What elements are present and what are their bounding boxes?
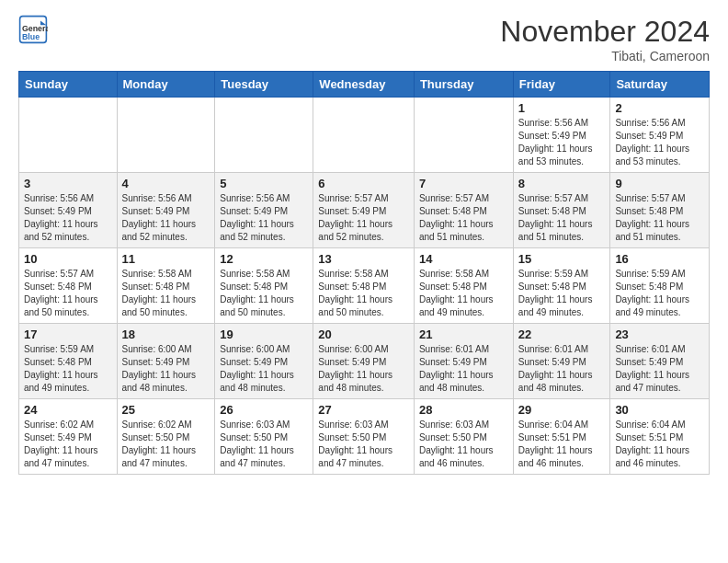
calendar-cell: 8Sunrise: 5:57 AM Sunset: 5:48 PM Daylig… — [513, 173, 610, 248]
day-number: 15 — [518, 252, 606, 266]
calendar-cell: 7Sunrise: 5:57 AM Sunset: 5:48 PM Daylig… — [414, 173, 513, 248]
day-info: Sunrise: 5:58 AM Sunset: 5:48 PM Dayligh… — [122, 268, 210, 319]
day-info: Sunrise: 5:58 AM Sunset: 5:48 PM Dayligh… — [419, 268, 508, 319]
calendar-cell: 16Sunrise: 5:59 AM Sunset: 5:48 PM Dayli… — [610, 248, 710, 324]
day-number: 22 — [518, 327, 606, 341]
day-number: 29 — [518, 403, 606, 417]
day-info: Sunrise: 5:57 AM Sunset: 5:48 PM Dayligh… — [518, 192, 606, 244]
calendar-cell: 1Sunrise: 5:56 AM Sunset: 5:49 PM Daylig… — [513, 98, 610, 173]
calendar-cell: 20Sunrise: 6:00 AM Sunset: 5:49 PM Dayli… — [313, 324, 415, 399]
weekday-header-sunday: Sunday — [19, 72, 118, 98]
calendar-cell: 19Sunrise: 6:00 AM Sunset: 5:49 PM Dayli… — [215, 324, 313, 399]
day-number: 26 — [220, 403, 308, 417]
day-info: Sunrise: 5:59 AM Sunset: 5:48 PM Dayligh… — [24, 343, 112, 395]
day-info: Sunrise: 6:02 AM Sunset: 5:50 PM Dayligh… — [122, 419, 210, 470]
day-info: Sunrise: 6:04 AM Sunset: 5:51 PM Dayligh… — [518, 419, 606, 470]
day-number: 5 — [220, 177, 308, 190]
logo-icon: General Blue — [18, 15, 48, 44]
day-info: Sunrise: 5:56 AM Sunset: 5:49 PM Dayligh… — [122, 192, 210, 244]
day-info: Sunrise: 6:03 AM Sunset: 5:50 PM Dayligh… — [419, 419, 508, 470]
calendar-week-row: 24Sunrise: 6:02 AM Sunset: 5:49 PM Dayli… — [19, 399, 710, 475]
calendar-cell: 12Sunrise: 5:58 AM Sunset: 5:48 PM Dayli… — [215, 248, 313, 324]
day-number: 20 — [318, 327, 409, 341]
calendar-cell — [19, 98, 118, 173]
day-info: Sunrise: 6:02 AM Sunset: 5:49 PM Dayligh… — [24, 419, 112, 470]
weekday-header-monday: Monday — [117, 72, 215, 98]
calendar-cell: 30Sunrise: 6:04 AM Sunset: 5:51 PM Dayli… — [610, 399, 710, 475]
day-info: Sunrise: 6:03 AM Sunset: 5:50 PM Dayligh… — [220, 419, 308, 470]
day-info: Sunrise: 5:59 AM Sunset: 5:48 PM Dayligh… — [518, 268, 606, 319]
day-info: Sunrise: 5:57 AM Sunset: 5:49 PM Dayligh… — [318, 192, 409, 244]
day-info: Sunrise: 5:57 AM Sunset: 5:48 PM Dayligh… — [419, 192, 508, 244]
day-info: Sunrise: 5:56 AM Sunset: 5:49 PM Dayligh… — [24, 192, 112, 244]
day-number: 16 — [615, 252, 704, 266]
calendar-cell — [414, 98, 513, 173]
day-number: 6 — [318, 177, 409, 190]
calendar-cell: 18Sunrise: 6:00 AM Sunset: 5:49 PM Dayli… — [117, 324, 215, 399]
day-number: 21 — [419, 327, 508, 341]
day-number: 12 — [220, 252, 308, 266]
day-number: 1 — [518, 101, 606, 115]
day-number: 3 — [24, 177, 112, 190]
day-number: 10 — [24, 252, 112, 266]
day-info: Sunrise: 6:03 AM Sunset: 5:50 PM Dayligh… — [318, 419, 409, 470]
calendar-cell: 3Sunrise: 5:56 AM Sunset: 5:49 PM Daylig… — [19, 173, 118, 248]
calendar-cell: 23Sunrise: 6:01 AM Sunset: 5:49 PM Dayli… — [610, 324, 710, 399]
day-number: 8 — [518, 177, 606, 190]
calendar-table: SundayMondayTuesdayWednesdayThursdayFrid… — [18, 71, 710, 475]
weekday-header-row: SundayMondayTuesdayWednesdayThursdayFrid… — [19, 72, 710, 98]
calendar-cell — [215, 98, 313, 173]
day-info: Sunrise: 5:58 AM Sunset: 5:48 PM Dayligh… — [220, 268, 308, 319]
calendar-cell: 15Sunrise: 5:59 AM Sunset: 5:48 PM Dayli… — [513, 248, 610, 324]
day-info: Sunrise: 6:01 AM Sunset: 5:49 PM Dayligh… — [518, 343, 606, 395]
day-number: 17 — [24, 327, 112, 341]
calendar-cell: 28Sunrise: 6:03 AM Sunset: 5:50 PM Dayli… — [414, 399, 513, 475]
calendar-week-row: 3Sunrise: 5:56 AM Sunset: 5:49 PM Daylig… — [19, 173, 710, 248]
svg-text:Blue: Blue — [22, 32, 40, 41]
day-info: Sunrise: 6:04 AM Sunset: 5:51 PM Dayligh… — [615, 419, 704, 470]
calendar-cell: 2Sunrise: 5:56 AM Sunset: 5:49 PM Daylig… — [610, 98, 710, 173]
day-info: Sunrise: 5:56 AM Sunset: 5:49 PM Dayligh… — [220, 192, 308, 244]
day-number: 28 — [419, 403, 508, 417]
day-number: 27 — [318, 403, 409, 417]
calendar-cell: 24Sunrise: 6:02 AM Sunset: 5:49 PM Dayli… — [19, 399, 118, 475]
calendar-cell: 17Sunrise: 5:59 AM Sunset: 5:48 PM Dayli… — [19, 324, 118, 399]
day-info: Sunrise: 5:58 AM Sunset: 5:48 PM Dayligh… — [318, 268, 409, 319]
day-info: Sunrise: 5:57 AM Sunset: 5:48 PM Dayligh… — [24, 268, 112, 319]
day-number: 19 — [220, 327, 308, 341]
day-info: Sunrise: 6:01 AM Sunset: 5:49 PM Dayligh… — [419, 343, 508, 395]
day-info: Sunrise: 5:56 AM Sunset: 5:49 PM Dayligh… — [518, 117, 606, 168]
calendar-cell: 4Sunrise: 5:56 AM Sunset: 5:49 PM Daylig… — [117, 173, 215, 248]
calendar-cell: 10Sunrise: 5:57 AM Sunset: 5:48 PM Dayli… — [19, 248, 118, 324]
day-number: 2 — [615, 101, 704, 115]
day-number: 7 — [419, 177, 508, 190]
day-number: 9 — [615, 177, 704, 190]
calendar-cell: 13Sunrise: 5:58 AM Sunset: 5:48 PM Dayli… — [313, 248, 415, 324]
calendar-cell: 22Sunrise: 6:01 AM Sunset: 5:49 PM Dayli… — [513, 324, 610, 399]
day-number: 18 — [122, 327, 210, 341]
day-info: Sunrise: 5:59 AM Sunset: 5:48 PM Dayligh… — [615, 268, 704, 319]
main-title: November 2024 — [500, 15, 710, 49]
logo: General Blue — [18, 15, 51, 44]
calendar-cell — [117, 98, 215, 173]
weekday-header-saturday: Saturday — [610, 72, 710, 98]
calendar-cell: 27Sunrise: 6:03 AM Sunset: 5:50 PM Dayli… — [313, 399, 415, 475]
weekday-header-tuesday: Tuesday — [215, 72, 313, 98]
calendar-cell: 25Sunrise: 6:02 AM Sunset: 5:50 PM Dayli… — [117, 399, 215, 475]
day-info: Sunrise: 5:57 AM Sunset: 5:48 PM Dayligh… — [615, 192, 704, 244]
calendar-cell: 9Sunrise: 5:57 AM Sunset: 5:48 PM Daylig… — [610, 173, 710, 248]
title-block: November 2024 Tibati, Cameroon — [500, 15, 710, 63]
calendar-week-row: 1Sunrise: 5:56 AM Sunset: 5:49 PM Daylig… — [19, 98, 710, 173]
calendar-week-row: 17Sunrise: 5:59 AM Sunset: 5:48 PM Dayli… — [19, 324, 710, 399]
day-info: Sunrise: 6:00 AM Sunset: 5:49 PM Dayligh… — [220, 343, 308, 395]
calendar-cell: 29Sunrise: 6:04 AM Sunset: 5:51 PM Dayli… — [513, 399, 610, 475]
calendar-cell: 5Sunrise: 5:56 AM Sunset: 5:49 PM Daylig… — [215, 173, 313, 248]
weekday-header-wednesday: Wednesday — [313, 72, 415, 98]
day-info: Sunrise: 6:00 AM Sunset: 5:49 PM Dayligh… — [318, 343, 409, 395]
day-number: 14 — [419, 252, 508, 266]
calendar-cell: 11Sunrise: 5:58 AM Sunset: 5:48 PM Dayli… — [117, 248, 215, 324]
weekday-header-thursday: Thursday — [414, 72, 513, 98]
day-number: 23 — [615, 327, 704, 341]
header: General Blue November 2024 Tibati, Camer… — [18, 15, 710, 63]
page: General Blue November 2024 Tibati, Camer… — [0, 0, 728, 489]
